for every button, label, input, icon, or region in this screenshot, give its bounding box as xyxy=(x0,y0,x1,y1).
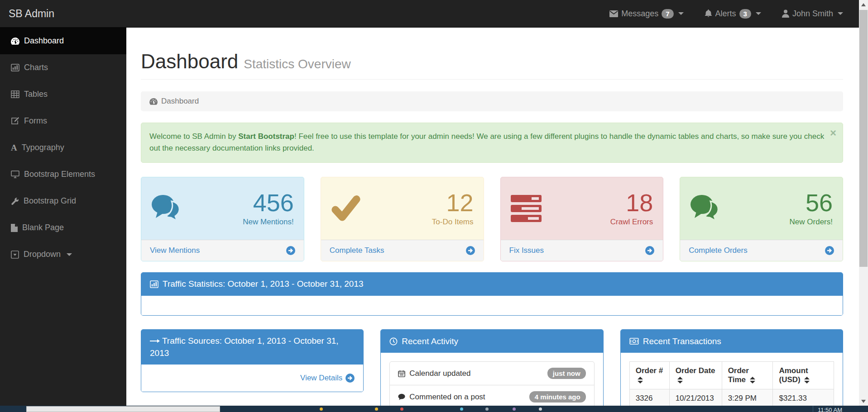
chevron-down-icon xyxy=(838,12,843,15)
main-content: DashboardStatistics Overview Dashboard W… xyxy=(126,28,859,406)
wrench-icon xyxy=(11,197,19,205)
welcome-alert: Welcome to SB Admin by Start Bootstrap! … xyxy=(141,123,843,163)
taskbar-clock: 11:50 AM xyxy=(818,407,842,412)
dashboard-icon xyxy=(149,98,158,105)
traffic-statistics-panel: Traffic Statistics: October 1, 2013 - Oc… xyxy=(141,272,843,316)
check-icon xyxy=(331,195,361,222)
sort-icon[interactable] xyxy=(804,377,810,384)
stat-action-label[interactable]: Complete Orders xyxy=(689,246,747,255)
stat-action-label[interactable]: Complete Tasks xyxy=(330,246,384,255)
stats-row: 456 New Mentions! View Mentions 12 To-Do… xyxy=(141,177,843,261)
stat-panel-orders: 56 New Orders! Complete Orders xyxy=(680,177,843,261)
sidebar-item-label: Dashboard xyxy=(24,36,64,46)
page-subtitle: Statistics Overview xyxy=(244,57,351,71)
top-navbar: SB Admin Messages 7 Alerts 3 John Smith xyxy=(0,0,868,28)
breadcrumb-item[interactable]: Dashboard xyxy=(161,97,199,106)
alerts-badge: 3 xyxy=(739,9,751,19)
sidebar-item-bootstrap-elements[interactable]: Bootstrap Elements xyxy=(0,161,126,188)
font-icon: A xyxy=(11,143,17,152)
lower-row: Traffic Sources: October 1, 2013 - Octob… xyxy=(141,329,843,406)
traffic-statistics-body xyxy=(141,296,843,315)
chevron-down-icon xyxy=(756,12,761,15)
panel-title: Recent Activity xyxy=(402,336,458,348)
scroll-down-arrow-icon[interactable] xyxy=(859,397,868,406)
stat-action-label[interactable]: Fix Issues xyxy=(509,246,544,255)
stat-label: Crawl Errors xyxy=(610,218,653,227)
recent-transactions-header: Recent Transactions xyxy=(621,330,843,353)
taskbar-icon[interactable] xyxy=(400,407,403,411)
sidebar-item-dashboard[interactable]: Dashboard xyxy=(0,28,126,54)
sidebar: Dashboard Charts Tables Forms A Typograp… xyxy=(0,28,126,406)
arrow-circle-right-icon xyxy=(645,246,654,255)
messages-menu[interactable]: Messages 7 xyxy=(609,9,683,19)
comments-icon xyxy=(690,194,723,223)
user-label: John Smith xyxy=(792,9,833,19)
clock-icon xyxy=(389,337,398,346)
sidebar-item-tables[interactable]: Tables xyxy=(0,81,126,108)
taskbar-icon[interactable] xyxy=(513,407,516,411)
page-header: DashboardStatistics Overview xyxy=(141,50,843,80)
column-header-order-date[interactable]: Order Date xyxy=(669,362,722,389)
alerts-menu[interactable]: Alerts 3 xyxy=(705,9,761,19)
taskbar-icon[interactable] xyxy=(485,407,489,411)
cell-order-number: 3326 xyxy=(629,389,669,406)
column-header-amount[interactable]: Amount (USD) xyxy=(773,362,834,389)
column-header-order-time[interactable]: Order Time xyxy=(722,362,773,389)
sidebar-item-typography[interactable]: A Typography xyxy=(0,134,126,161)
scroll-up-arrow-icon[interactable] xyxy=(859,0,868,9)
stat-footer-link[interactable]: View Mentions xyxy=(141,240,304,261)
sort-icon[interactable] xyxy=(677,377,683,384)
page-title: Dashboard xyxy=(141,50,238,72)
taskbar-icon[interactable] xyxy=(539,407,542,411)
sidebar-item-forms[interactable]: Forms xyxy=(0,108,126,134)
sort-icon[interactable] xyxy=(638,377,643,384)
bar-chart-icon xyxy=(11,64,19,71)
time-badge: just now xyxy=(547,368,586,379)
windows-taskbar[interactable]: 11:50 AM xyxy=(0,406,868,412)
messages-label: Messages xyxy=(621,9,658,19)
traffic-sources-body: View Details xyxy=(141,365,363,392)
user-menu[interactable]: John Smith xyxy=(782,9,843,19)
stat-footer-link[interactable]: Complete Tasks xyxy=(321,240,484,261)
user-icon xyxy=(782,9,789,18)
envelope-icon xyxy=(609,10,618,17)
sort-icon[interactable] xyxy=(750,377,755,384)
sidebar-item-blank-page[interactable]: Blank Page xyxy=(0,214,126,241)
taskbar-icon[interactable] xyxy=(320,407,323,411)
sidebar-item-charts[interactable]: Charts xyxy=(0,54,126,81)
stat-footer-link[interactable]: Fix Issues xyxy=(501,240,663,261)
traffic-statistics-header: Traffic Statistics: October 1, 2013 - Oc… xyxy=(141,273,843,296)
column-header-order-number[interactable]: Order # xyxy=(629,362,669,389)
file-icon xyxy=(11,224,18,232)
taskbar-icon[interactable] xyxy=(375,407,378,411)
stat-action-label[interactable]: View Mentions xyxy=(150,246,200,255)
vertical-scrollbar[interactable] xyxy=(859,0,868,406)
dashboard-icon xyxy=(11,37,19,45)
traffic-sources-panel: Traffic Sources: October 1, 2013 - Octob… xyxy=(141,329,364,392)
taskbar-icon[interactable] xyxy=(460,407,463,411)
chevron-down-icon xyxy=(67,253,72,256)
arrow-circle-right-icon xyxy=(466,246,475,255)
sidebar-item-dropdown[interactable]: Dropdown xyxy=(0,241,126,268)
stat-footer-link[interactable]: Complete Orders xyxy=(680,240,843,261)
brand-link[interactable]: SB Admin xyxy=(0,8,54,20)
stat-value: 18 xyxy=(610,190,653,216)
activity-list: Calendar updated just now Commented on a… xyxy=(389,361,594,406)
recent-transactions-panel: Recent Transactions Order # Order Date O… xyxy=(620,329,843,406)
view-details-link[interactable]: View Details xyxy=(300,374,355,383)
sidebar-item-label: Tables xyxy=(24,90,48,99)
taskbar-app-button[interactable] xyxy=(26,406,220,412)
stat-label: New Mentions! xyxy=(243,218,293,227)
list-item[interactable]: Calendar updated just now xyxy=(390,362,594,385)
scrollbar-thumb[interactable] xyxy=(859,10,868,267)
stat-body: 56 New Orders! xyxy=(680,177,843,240)
stat-value: 12 xyxy=(432,190,474,216)
bar-chart-icon xyxy=(150,280,158,288)
cell-amount: $321.33 xyxy=(773,389,834,406)
sidebar-item-label: Bootstrap Grid xyxy=(24,196,76,206)
list-item[interactable]: Commented on a post 4 minutes ago xyxy=(390,385,594,406)
edit-icon xyxy=(11,117,19,125)
close-icon[interactable]: × xyxy=(830,128,836,138)
sidebar-item-bootstrap-grid[interactable]: Bootstrap Grid xyxy=(0,188,126,214)
money-icon xyxy=(629,338,639,345)
